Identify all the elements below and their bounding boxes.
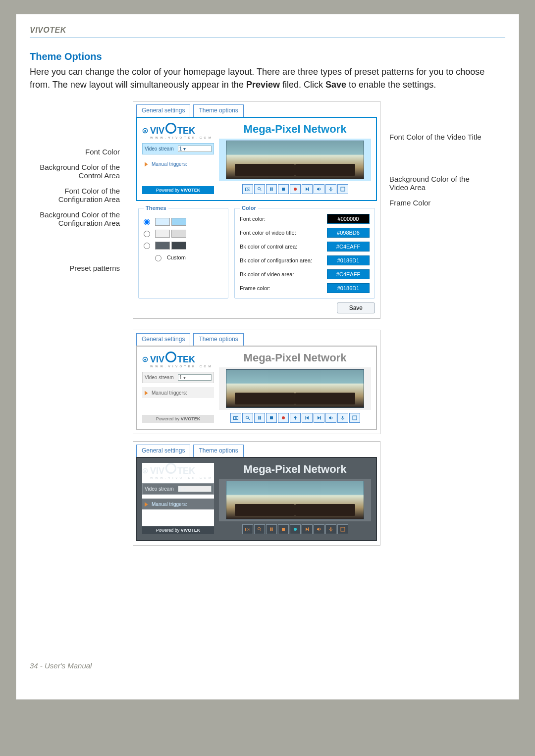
volume-up-button[interactable] [314,184,324,194]
right-callouts: Font Color of the Video Title Background… [389,101,488,207]
manual-triggers-w[interactable]: ▶ Manual triggers: [142,387,214,398]
color-value-3[interactable]: #0186D1 [327,255,370,265]
snapshot-button[interactable] [230,413,241,423]
callout-font-video-title: Font Color of the Video Title [389,133,482,141]
tab-general-d[interactable]: General settings [136,445,190,457]
callout-bg-config: Background Color of the Configuration Ar… [30,210,124,227]
zoom-button[interactable] [254,184,265,194]
player-controls-d [242,524,348,534]
step-fwd-button[interactable] [314,413,324,423]
manual-triggers-label: Manual triggers: [152,161,187,167]
tab-general-w[interactable]: General settings [136,333,190,346]
color-label-3: Bk color of configuration area: [240,257,327,263]
svg-rect-13 [341,187,345,191]
svg-rect-19 [260,416,261,420]
theme-preset-dark[interactable] [144,242,223,250]
svg-rect-4 [270,188,271,191]
color-value-4[interactable]: #C4EAFF [327,269,370,279]
step-fwd-button[interactable] [302,184,313,194]
video-stream-value-d: 1 [179,486,182,492]
video-stream-control-d[interactable]: Video stream 1 ▾ [142,483,214,495]
step-fwd-button[interactable] [302,524,313,534]
fullscreen-button[interactable] [337,524,348,534]
svg-point-21 [282,416,285,419]
color-value-2[interactable]: #C4EAFF [327,242,370,252]
preview-body: ⦿ VIVTEK W W W . V I V O T E K . C O M V… [136,117,377,201]
svg-point-2 [258,188,260,190]
fullscreen-button[interactable] [349,413,360,423]
powered-prefix: Powered by [156,188,181,193]
logo-mark-icon: ⦿ [142,356,148,363]
vivotek-logo-d: ⦿ VIVTEKW W W . V I V O T E K . C O M [142,463,214,479]
svg-rect-27 [320,416,321,420]
powered-prefix-w: Powered by [156,416,181,421]
pause-button[interactable] [254,413,265,423]
svg-point-7 [294,188,297,191]
stop-button[interactable] [278,524,289,534]
tab-theme-d[interactable]: Theme options [193,445,243,457]
tab-general[interactable]: General settings [136,104,190,117]
intro-text-c: filed. Click [280,80,325,90]
upload-button[interactable] [290,413,301,423]
theme-preset-gray[interactable] [144,230,223,238]
video-stream-control[interactable]: Video stream 1 ▾ [142,143,214,154]
video-stream-select-d[interactable]: 1 ▾ [178,486,212,492]
zoom-button[interactable] [242,413,253,423]
video-stream-select[interactable]: 1 ▾ [178,146,212,152]
video-stream-select-w[interactable]: 1 ▾ [178,374,212,381]
snapshot-button[interactable] [242,184,253,194]
powered-brand-d: VIVOTEK [181,528,201,533]
callout-bg-control: Background Color of the Control Area [30,163,124,180]
logo-o-icon [165,123,176,134]
colors-grid: Font color: #000000 Font color of video … [240,214,370,293]
record-button[interactable] [290,524,301,534]
svg-point-1 [247,189,248,190]
snapshot-button[interactable] [242,524,253,534]
stop-button[interactable] [278,184,289,194]
manual-triggers[interactable]: ▶ Manual triggers: [142,158,214,169]
preview-panel-dark: General settings Theme options ⦿ VIVTEKW… [133,441,380,546]
lower-panels: Themes Custom [137,205,376,299]
svg-rect-18 [258,416,259,420]
mic-button[interactable] [325,524,336,534]
tab-theme[interactable]: Theme options [193,104,243,117]
skip-back-button[interactable] [302,413,313,423]
video-stream-label-w: Video stream [145,375,174,380]
mic-button[interactable] [325,184,336,194]
color-value-1[interactable]: #098BD6 [327,228,370,238]
color-value-0[interactable]: #000000 [327,214,370,224]
logo-url: W W W . V I V O T E K . C O M [150,136,212,139]
mic-button[interactable] [337,413,348,423]
svg-point-15 [235,417,236,419]
powered-badge: Powered by VIVOTEK [142,186,214,194]
pause-button[interactable] [266,524,277,534]
color-value-5[interactable]: #0186D1 [327,283,370,293]
svg-rect-5 [271,188,272,191]
callout-font-color: Font Color [85,148,124,156]
volume-up-button[interactable] [314,524,324,534]
stop-button[interactable] [266,413,277,423]
volume-up-button[interactable] [325,413,336,423]
radio-preset-blue[interactable] [144,219,150,225]
powered-badge-w: Powered by VIVOTEK [142,415,214,423]
svg-marker-25 [306,416,309,420]
fullscreen-button[interactable] [337,184,348,194]
theme-custom[interactable]: Custom [153,253,223,261]
save-button[interactable]: Save [337,302,375,313]
theme-preset-blue[interactable] [144,218,223,226]
manual-triggers-label-d: Manual triggers: [152,502,187,507]
record-button[interactable] [290,184,301,194]
tab-theme-w[interactable]: Theme options [193,333,243,346]
video-stream-control-w[interactable]: Video stream 1 ▾ [142,372,214,383]
radio-custom[interactable] [155,255,161,261]
radio-preset-gray[interactable] [144,231,150,237]
zoom-button[interactable] [254,524,265,534]
intro-text-e: to enable the settings. [346,80,436,90]
svg-rect-14 [233,417,238,420]
svg-marker-8 [306,188,308,191]
radio-preset-dark[interactable] [144,243,150,249]
record-button[interactable] [278,413,289,423]
manual-triggers-d[interactable]: ▶ Manual triggers: [142,499,214,509]
pause-button[interactable] [266,184,277,194]
svg-rect-20 [270,416,273,419]
